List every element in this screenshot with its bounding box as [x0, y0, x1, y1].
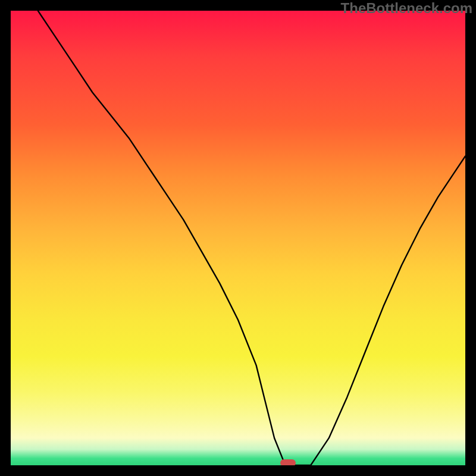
bottleneck-curve-svg: [11, 11, 465, 465]
bottleneck-curve: [38, 11, 465, 465]
plot-area: [11, 11, 465, 465]
optimum-marker: [280, 459, 296, 465]
watermark-text: TheBottleneck.com: [341, 0, 472, 17]
chart-frame: TheBottleneck.com: [0, 0, 476, 476]
